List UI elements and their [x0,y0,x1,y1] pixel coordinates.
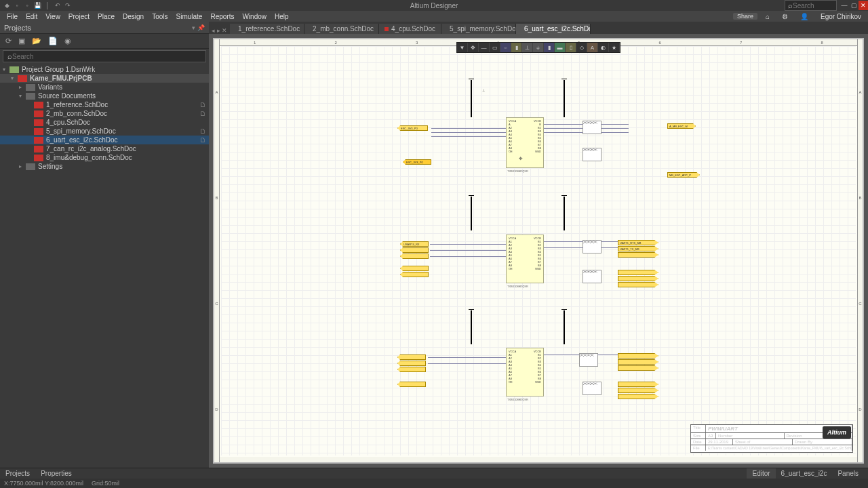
cursor-indicator: ⌖ [519,155,523,163]
doc-tab[interactable]: 2_mb_conn.SchDoc [304,24,379,34]
line-icon[interactable]: — [479,43,490,52]
tree-variants[interactable]: ▸Variants [0,83,209,92]
directive-icon[interactable]: ◐ [598,43,609,52]
menu-place[interactable]: Place [94,13,119,20]
global-search-input[interactable] [793,2,833,9]
redo-icon[interactable]: ↷ [64,1,72,9]
doc-tab[interactable]: 5_spi_memory.SchDoc [441,24,516,34]
document-tabs: ◂ ▸ ✕ 1_reference.SchDoc 2_mb_conn.SchDo… [209,22,868,34]
status-grid: Grid:50mil [92,480,119,487]
compile-icon[interactable]: ▣ [18,37,25,45]
projects-search-input[interactable] [12,53,201,60]
panel-pin-icon[interactable]: 📌 [197,24,205,31]
menu-reports[interactable]: Reports [206,13,238,20]
tree-file[interactable]: 4_cpu.SchDoc [0,118,209,127]
text-icon[interactable]: A [587,43,598,52]
doc-tab-active[interactable]: 6_uart_esc_i2c.SchDoc [516,24,591,34]
menu-file[interactable]: File [3,13,22,20]
sheet-icon[interactable]: ▯ [566,43,576,52]
tree-file-active[interactable]: 6_uart_esc_i2c.SchDoc🗋 [0,136,209,144]
tree-source-docs[interactable]: ▾Source Documents [0,92,209,100]
doc-tab[interactable]: 1_reference.SchDoc [230,24,304,34]
vcs-icon[interactable]: ◉ [64,37,71,45]
projects-panel: Projects ▾ 📌 ⟳ ▣ 📂 📄 ◉ ⌕ ▾Project Group … [0,22,209,468]
close-button[interactable]: ✕ [859,1,868,10]
projects-search[interactable]: ⌕ [3,50,206,62]
menu-tools[interactable]: Tools [148,13,172,20]
settings-icon[interactable]: ⚙ [778,13,792,20]
tree-file[interactable]: 2_mb_conn.SchDoc🗋 [0,109,209,118]
filter-icon[interactable]: ▼ [457,43,468,52]
editor-tab[interactable]: Editor [747,468,775,479]
box-icon[interactable]: ▭ [490,43,500,52]
undo-icon[interactable]: ↶ [54,1,62,9]
bottom-tab-projects[interactable]: Projects [0,468,35,479]
menu-view[interactable]: View [41,13,64,20]
divider-icon: │ [43,1,52,9]
app-icon: ◆ [3,1,11,9]
project-tree[interactable]: ▾Project Group 1.DsnWrk ▾Kame_FMU.PrjPCB… [0,64,209,468]
search-icon: ⌕ [788,1,793,9]
tree-file[interactable]: 7_can_rc_i2c_analog.SchDoc [0,144,209,153]
menu-project[interactable]: Project [64,13,94,20]
tree-project[interactable]: ▾Kame_FMU.PrjPCB [0,74,209,83]
tree-file[interactable]: 1_reference.SchDoc🗋 [0,100,209,109]
port-icon[interactable]: ▮ [511,43,522,52]
menu-edit[interactable]: Edit [22,13,41,20]
altium-logo: Altium [823,426,851,439]
app-title: Altium Designer [410,2,458,9]
menu-window[interactable]: Window [238,13,271,20]
active-bar-toolbar: ▼ ✥ — ▭ ⎓ ▮ ⊥ ⏚ ▮ ▬ ▯ ◇ A ◐ ★ [456,42,620,53]
new-icon[interactable]: ▫ [13,1,21,9]
doc-tab[interactable]: 4_cpu.SchDoc [379,24,441,34]
save-icon[interactable]: 💾 [33,1,41,9]
ruler-left: ABCD [214,39,220,462]
minimize-button[interactable]: — [840,1,849,10]
favorite-icon[interactable]: ★ [609,43,620,52]
maximize-button[interactable]: ▢ [849,1,859,10]
refresh-icon[interactable]: ⟳ [5,37,12,45]
menu-design[interactable]: Design [119,13,148,20]
wire-icon[interactable]: ⎓ [500,43,511,52]
search-icon: ⌕ [7,52,12,60]
ruler-right: ABCD [857,39,863,462]
share-button[interactable]: Share [733,13,757,20]
global-search[interactable]: ⌕ [785,0,837,11]
tree-file[interactable]: 8_imu&debug_conn.SchDoc [0,153,209,162]
editor-filename: 6_uart_esc_i2c [776,468,833,479]
user-name[interactable]: Egor Chirikov [816,13,865,20]
title-block: TitlePWM/UART SizeA3NumberRevision Date2… [690,424,853,453]
menu-help[interactable]: Help [271,13,293,20]
bottom-tab-properties[interactable]: Properties [35,468,77,479]
schematic-canvas[interactable]: 12345678 ABCD ABCD ▼ ✥ — ▭ ⎓ ▮ ⊥ ⏚ ▮ ▬ ▯… [213,38,864,464]
netlabel-icon[interactable]: ⊥ [522,43,533,52]
panel-dropdown-icon[interactable]: ▾ [192,24,195,31]
move-icon[interactable]: ✥ [468,43,479,52]
bus-icon[interactable]: ▮ [544,43,555,52]
tab-nav-left-icon[interactable]: ◂ ▸ ✕ [209,27,230,34]
open-icon[interactable]: ▫ [23,1,31,9]
tree-workspace[interactable]: ▾Project Group 1.DsnWrk [0,65,209,74]
user-avatar-icon[interactable]: 👤 [796,13,812,20]
harness-icon[interactable]: ▬ [555,43,566,52]
tree-file[interactable]: 5_spi_memory.SchDoc🗋 [0,127,209,136]
add-icon[interactable]: 📄 [48,37,58,45]
panel-toolbar: ⟳ ▣ 📂 📄 ◉ [0,34,209,49]
home-icon[interactable]: ⌂ [762,13,774,20]
status-coords: X:7750.000mil Y:8200.000mil [4,480,83,487]
status-bar: X:7750.000mil Y:8200.000mil Grid:50mil [0,479,868,488]
menubar: File Edit View Project Place Design Tool… [0,11,868,22]
menu-simulate[interactable]: Simulate [172,13,207,20]
gnd-icon[interactable]: ⏚ [533,43,544,52]
open-proj-icon[interactable]: 📂 [32,37,41,45]
panel-title: Projects [4,24,31,32]
part-icon[interactable]: ◇ [576,43,587,52]
panels-button[interactable]: Panels [832,468,864,479]
tree-settings[interactable]: ▸Settings [0,162,209,171]
